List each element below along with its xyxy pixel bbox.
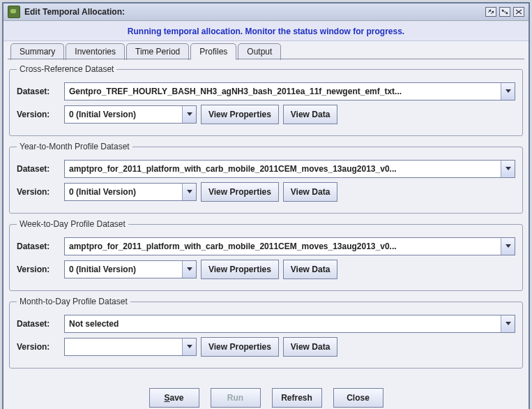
tab-profiles[interactable]: Profiles: [190, 43, 236, 60]
group-cross-reference: Cross-Reference Dataset Dataset: Gentpro…: [9, 64, 523, 136]
legend-month-to-day: Month-to-Day Profile Dataset: [17, 297, 130, 306]
label-dataset: Dataset:: [17, 87, 60, 96]
month-day-dataset-combo[interactable]: Not selected: [64, 315, 515, 333]
chevron-down-icon[interactable]: [182, 339, 196, 355]
group-week-to-day: Week-to-Day Profile Dataset Dataset: amp…: [9, 219, 523, 291]
legend-cross-reference: Cross-Reference Dataset: [17, 64, 116, 74]
chevron-down-icon[interactable]: [501, 315, 515, 332]
tab-time-period[interactable]: Time Period: [126, 43, 189, 60]
week-day-view-data-button[interactable]: View Data: [283, 260, 337, 279]
chevron-down-icon[interactable]: [501, 161, 515, 177]
year-month-dataset-value: amptpro_for_2011_platform_with_carb_mobi…: [65, 161, 501, 177]
cross-ref-view-data-button[interactable]: View Data: [283, 105, 337, 124]
tab-content-profiles: Cross-Reference Dataset Dataset: Gentpro…: [3, 60, 529, 381]
legend-week-to-day: Week-to-Day Profile Dataset: [17, 219, 128, 229]
label-dataset: Dataset:: [17, 241, 60, 251]
cross-ref-version-value: 0 (Initial Version): [65, 106, 182, 123]
group-month-to-day: Month-to-Day Profile Dataset Dataset: No…: [9, 297, 523, 369]
tab-output[interactable]: Output: [238, 43, 281, 60]
year-month-version-combo[interactable]: 0 (Initial Version): [64, 183, 197, 201]
month-day-view-data-button[interactable]: View Data: [283, 337, 337, 357]
cross-ref-dataset-combo[interactable]: Gentpro_TREF_HOURLY_BASH_NH3_agNH3_bash_…: [64, 82, 515, 101]
label-dataset: Dataset:: [17, 319, 60, 329]
group-year-to-month: Year-to-Month Profile Dataset Dataset: a…: [9, 142, 523, 214]
month-day-dataset-value: Not selected: [65, 315, 501, 332]
month-day-version-value: [65, 339, 182, 355]
chevron-down-icon[interactable]: [501, 238, 515, 255]
footer-buttons: Save Run Refresh Close: [3, 381, 529, 409]
refresh-button[interactable]: Refresh: [272, 388, 322, 408]
chevron-down-icon[interactable]: [182, 106, 196, 123]
maximize-button[interactable]: [499, 7, 510, 17]
dialog-edit-temporal-allocation: Edit Temporal Allocation: Running tempor…: [2, 2, 530, 409]
year-month-view-data-button[interactable]: View Data: [283, 182, 337, 202]
window-controls: [485, 7, 524, 17]
label-dataset: Dataset:: [17, 164, 60, 174]
save-button[interactable]: Save: [149, 388, 199, 408]
week-day-view-properties-button[interactable]: View Properties: [201, 260, 279, 279]
cross-ref-dataset-value: Gentpro_TREF_HOURLY_BASH_NH3_agNH3_bash_…: [65, 83, 501, 100]
label-version: Version:: [17, 187, 60, 197]
label-version: Version:: [17, 265, 60, 274]
save-rest: ave: [169, 393, 183, 403]
titlebar: Edit Temporal Allocation:: [3, 3, 529, 21]
week-day-dataset-value: amptpro_for_2011_platform_with_carb_mobi…: [65, 238, 501, 255]
run-button[interactable]: Run: [211, 388, 261, 408]
legend-year-to-month: Year-to-Month Profile Dataset: [17, 142, 132, 151]
status-message: Running temporal allocation. Monitor the…: [3, 21, 529, 41]
tab-inventories[interactable]: Inventories: [66, 43, 125, 60]
year-month-view-properties-button[interactable]: View Properties: [201, 182, 279, 202]
titlebar-title: Edit Temporal Allocation:: [24, 7, 485, 17]
month-day-view-properties-button[interactable]: View Properties: [201, 337, 279, 357]
chevron-down-icon[interactable]: [182, 184, 196, 200]
tab-bar: Summary Inventories Time Period Profiles…: [3, 43, 529, 59]
month-day-version-combo[interactable]: [64, 338, 197, 356]
chevron-down-icon[interactable]: [182, 261, 196, 278]
tab-summary[interactable]: Summary: [10, 43, 64, 60]
close-button[interactable]: [513, 7, 524, 17]
year-month-version-value: 0 (Initial Version): [65, 184, 182, 200]
week-day-version-combo[interactable]: 0 (Initial Version): [64, 260, 197, 278]
app-icon: [8, 6, 20, 18]
year-month-dataset-combo[interactable]: amptpro_for_2011_platform_with_carb_mobi…: [64, 160, 515, 178]
week-day-version-value: 0 (Initial Version): [65, 261, 182, 278]
label-version: Version:: [17, 110, 60, 119]
close-dialog-button[interactable]: Close: [333, 388, 383, 408]
minimize-button[interactable]: [485, 7, 496, 17]
week-day-dataset-combo[interactable]: amptpro_for_2011_platform_with_carb_mobi…: [64, 237, 515, 255]
cross-ref-view-properties-button[interactable]: View Properties: [201, 105, 279, 124]
label-version: Version:: [17, 342, 60, 352]
chevron-down-icon[interactable]: [501, 83, 515, 100]
cross-ref-version-combo[interactable]: 0 (Initial Version): [64, 105, 197, 124]
